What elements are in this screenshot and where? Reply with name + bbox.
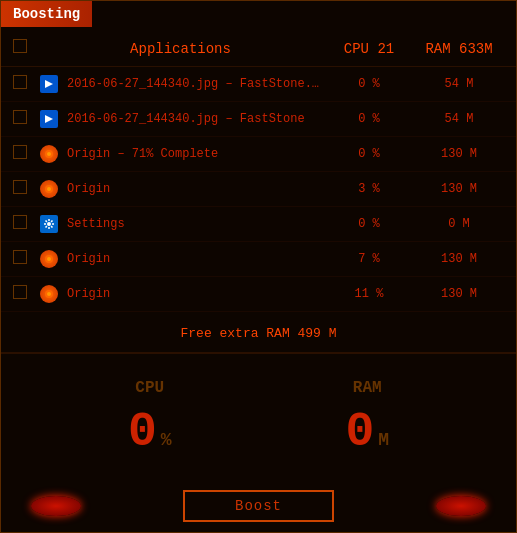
cpu-unit: % xyxy=(161,430,172,450)
ram-usage: 130 M xyxy=(414,252,504,266)
origin-icon xyxy=(40,250,58,268)
col-header-cpu: CPU 21 xyxy=(324,41,414,57)
cpu-metric-label: CPU xyxy=(41,379,259,397)
right-indicator xyxy=(436,496,486,516)
bottom-controls: Boost xyxy=(1,480,516,532)
cpu-usage: 3 % xyxy=(324,182,414,196)
header-checkbox-cell xyxy=(13,39,37,58)
ram-usage: 54 M xyxy=(414,77,504,91)
app-name: Settings xyxy=(67,217,324,231)
origin-icon xyxy=(40,180,58,198)
row-checkbox[interactable] xyxy=(13,285,27,299)
svg-marker-1 xyxy=(45,115,53,123)
left-indicator xyxy=(31,496,81,516)
cpu-usage: 0 % xyxy=(324,77,414,91)
origin-icon xyxy=(40,285,58,303)
main-window: Boosting Applications CPU 21 RAM 633M 20… xyxy=(0,0,517,533)
ram-usage: 130 M xyxy=(414,147,504,161)
table-row: Origin11 %130 M xyxy=(1,277,516,312)
ram-metric: RAM 0 M xyxy=(259,379,477,459)
cpu-usage: 7 % xyxy=(324,252,414,266)
ram-unit: M xyxy=(378,430,389,450)
app-name: Origin xyxy=(67,252,324,266)
col-header-ram: RAM 633M xyxy=(414,41,504,57)
table-row: 2016-06-27_144340.jpg – FastStone0 %54 M xyxy=(1,102,516,137)
svg-marker-0 xyxy=(45,80,53,88)
boost-button[interactable]: Boost xyxy=(183,490,334,522)
content-area: Applications CPU 21 RAM 633M 2016-06-27_… xyxy=(1,1,516,355)
ram-usage: 0 M xyxy=(414,217,504,231)
cpu-usage: 0 % xyxy=(324,112,414,126)
app-name: 2016-06-27_144340.jpg – FastStone... xyxy=(67,77,324,91)
svg-point-3 xyxy=(47,152,51,156)
row-checkbox[interactable] xyxy=(13,145,27,159)
cpu-metric-value-container: 0 % xyxy=(41,405,259,459)
ram-metric-value-container: 0 M xyxy=(259,405,477,459)
ram-usage: 130 M xyxy=(414,287,504,301)
table-row: 2016-06-27_144340.jpg – FastStone...0 %5… xyxy=(1,67,516,102)
bottom-section: CPU 0 % RAM 0 M Boost xyxy=(1,352,516,532)
origin-icon xyxy=(40,145,58,163)
svg-point-5 xyxy=(47,187,51,191)
window-title: Boosting xyxy=(13,6,80,22)
app-name: Origin – 71% Complete xyxy=(67,147,324,161)
row-checkbox[interactable] xyxy=(13,215,27,229)
row-checkbox[interactable] xyxy=(13,250,27,264)
table-header: Applications CPU 21 RAM 633M xyxy=(1,31,516,67)
settings-gear-icon xyxy=(40,215,58,233)
free-ram-text: Free extra RAM 499 M xyxy=(1,312,516,355)
cpu-usage: 0 % xyxy=(324,217,414,231)
cpu-value: 0 xyxy=(128,405,157,459)
table-row: Origin – 71% Complete0 %130 M xyxy=(1,137,516,172)
table-row: Origin7 %130 M xyxy=(1,242,516,277)
cpu-metric: CPU 0 % xyxy=(41,379,259,459)
table-row: Settings0 %0 M xyxy=(1,207,516,242)
ram-metric-label: RAM xyxy=(259,379,477,397)
svg-point-10 xyxy=(47,292,51,296)
ram-value: 0 xyxy=(345,405,374,459)
table-row: Origin3 %130 M xyxy=(1,172,516,207)
ram-usage: 130 M xyxy=(414,182,504,196)
row-checkbox[interactable] xyxy=(13,75,27,89)
blue-arrow-icon xyxy=(40,110,58,128)
app-name: 2016-06-27_144340.jpg – FastStone xyxy=(67,112,324,126)
svg-point-8 xyxy=(47,257,51,261)
blue-arrow-icon xyxy=(40,75,58,93)
ram-usage: 54 M xyxy=(414,112,504,126)
metrics-container: CPU 0 % RAM 0 M xyxy=(1,359,516,459)
row-checkbox[interactable] xyxy=(13,180,27,194)
cpu-usage: 11 % xyxy=(324,287,414,301)
app-name: Origin xyxy=(67,287,324,301)
cpu-usage: 0 % xyxy=(324,147,414,161)
svg-point-6 xyxy=(47,222,51,226)
divider xyxy=(1,353,516,354)
select-all-checkbox[interactable] xyxy=(13,39,27,53)
table-body: 2016-06-27_144340.jpg – FastStone...0 %5… xyxy=(1,67,516,312)
app-name: Origin xyxy=(67,182,324,196)
title-bar: Boosting xyxy=(1,1,92,27)
row-checkbox[interactable] xyxy=(13,110,27,124)
col-header-app: Applications xyxy=(37,41,324,57)
